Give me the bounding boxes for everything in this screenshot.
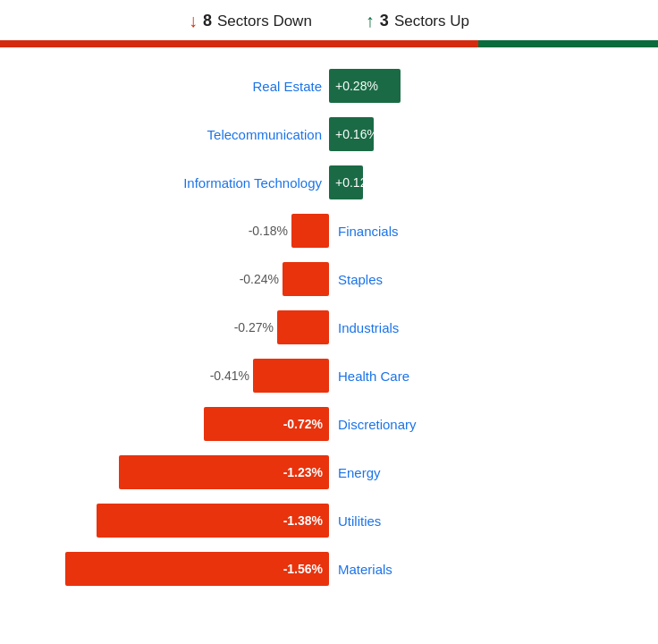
negative-bar — [253, 359, 329, 393]
sector-row-negative: -0.27%Industrials — [18, 309, 640, 346]
bar-value: -0.72% — [283, 417, 323, 431]
ratio-progress-bar — [0, 40, 658, 47]
right-side: Discretionary — [329, 417, 640, 432]
sector-row-negative: -0.72%Discretionary — [18, 405, 640, 443]
outside-value: -0.18% — [249, 224, 288, 238]
right-side: +0.28% — [329, 69, 640, 103]
left-side: -1.23% — [18, 455, 329, 489]
left-side: -1.38% — [18, 504, 329, 538]
sector-label: Energy — [338, 465, 381, 480]
bar-value: -1.56% — [283, 562, 323, 576]
bar-value: +0.16% — [335, 127, 378, 141]
right-side: Financials — [329, 224, 640, 239]
up-label: Sectors Up — [394, 13, 469, 30]
sector-row-negative: -0.24%Staples — [18, 260, 640, 298]
negative-bar: -0.72% — [204, 407, 329, 441]
up-arrow-icon: ↑ — [366, 11, 375, 31]
outside-value: -0.27% — [234, 320, 274, 335]
bar-value: -1.38% — [283, 513, 323, 528]
left-side: -0.18% — [18, 214, 329, 248]
negative-bar: -1.38% — [97, 504, 329, 538]
down-label: Sectors Down — [217, 13, 312, 30]
left-side: Real Estate — [18, 79, 329, 94]
negative-bar — [283, 262, 329, 296]
right-side: Health Care — [329, 369, 640, 384]
up-progress-segment — [478, 40, 658, 47]
negative-bar — [277, 310, 329, 344]
positive-bar: +0.28% — [329, 69, 401, 103]
sector-label: Health Care — [338, 369, 409, 384]
sector-row-positive: Real Estate+0.28% — [18, 67, 640, 105]
left-side: Telecommunication — [18, 127, 329, 142]
left-side: -0.72% — [18, 407, 329, 441]
up-count: 3 — [380, 12, 389, 30]
sector-row-negative: -1.23%Energy — [18, 453, 640, 491]
right-side: Materials — [329, 562, 640, 577]
outside-value: -0.24% — [240, 272, 279, 286]
outside-value: -0.41% — [210, 369, 249, 383]
sector-label: Utilities — [338, 513, 381, 529]
bar-value: +0.12% — [335, 175, 378, 190]
left-side: Information Technology — [18, 175, 329, 191]
sector-label: Real Estate — [252, 79, 322, 94]
sector-row-negative: -1.38%Utilities — [18, 502, 640, 539]
right-side: Energy — [329, 465, 640, 480]
sector-row-positive: Information Technology+0.12% — [18, 164, 640, 201]
right-side: +0.12% — [329, 165, 640, 199]
down-count: 8 — [203, 12, 212, 30]
sector-row-negative: -0.41%Health Care — [18, 357, 640, 394]
sector-row-negative: -0.18%Financials — [18, 212, 640, 250]
negative-bar: -1.23% — [119, 455, 329, 489]
left-side: -1.56% — [18, 552, 329, 586]
right-side: +0.16% — [329, 117, 640, 151]
sector-label: Telecommunication — [207, 127, 322, 142]
sector-row-negative: -1.56%Materials — [18, 550, 640, 588]
left-side: -0.41% — [18, 359, 329, 393]
positive-bar: +0.16% — [329, 117, 374, 151]
right-side: Staples — [329, 272, 640, 287]
negative-bar — [291, 214, 329, 248]
sector-label: Materials — [338, 562, 392, 577]
sector-row-positive: Telecommunication+0.16% — [18, 115, 640, 153]
sector-label: Discretionary — [338, 417, 417, 432]
left-side: -0.24% — [18, 262, 329, 296]
right-side: Industrials — [329, 320, 640, 335]
sector-label: Industrials — [338, 320, 399, 335]
sectors-up-indicator: ↑ 3 Sectors Up — [366, 11, 469, 31]
negative-bar: -1.56% — [65, 552, 329, 586]
bar-value: -1.23% — [283, 465, 323, 479]
header: ↓ 8 Sectors Down ↑ 3 Sectors Up — [0, 0, 658, 40]
positive-bar: +0.12% — [329, 165, 363, 199]
sectors-down-indicator: ↓ 8 Sectors Down — [189, 11, 312, 31]
bar-value: +0.28% — [335, 79, 378, 93]
sector-label: Information Technology — [183, 175, 322, 191]
down-progress-segment — [0, 40, 478, 47]
left-side: -0.27% — [18, 310, 329, 344]
sector-label: Financials — [338, 224, 399, 239]
sector-label: Staples — [338, 272, 383, 287]
sectors-chart: Real Estate+0.28%Telecommunication+0.16%… — [0, 64, 658, 607]
down-arrow-icon: ↓ — [189, 11, 198, 31]
right-side: Utilities — [329, 513, 640, 529]
